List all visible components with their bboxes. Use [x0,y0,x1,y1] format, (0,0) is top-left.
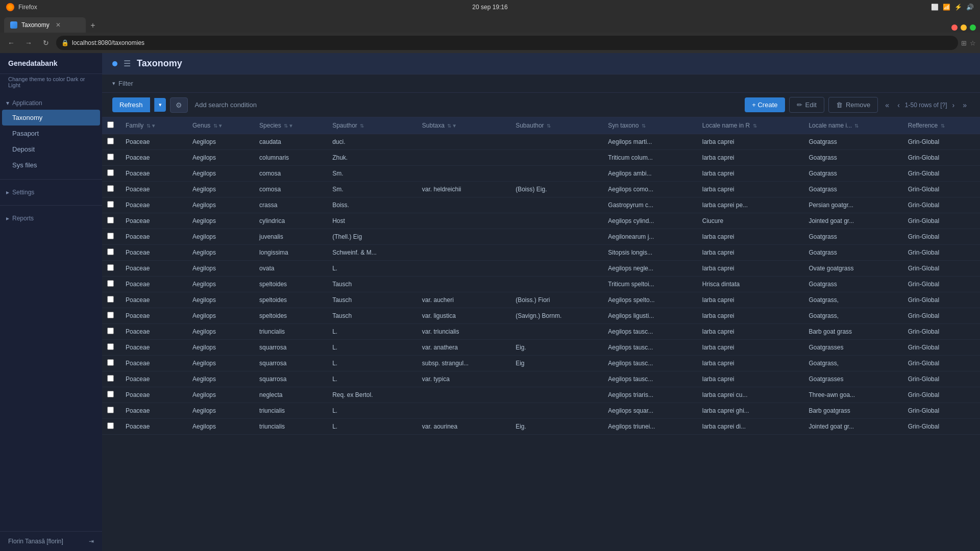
add-search-button[interactable]: Add search condition [192,98,260,112]
row-checkbox[interactable] [107,312,114,318]
table-cell: (Savign.) Bornm. [510,308,603,324]
table-row: PoaceaeAegilopscaudataduci.Aegilops mart… [102,134,980,150]
row-checkbox[interactable] [107,375,114,382]
table-cell: Aegilops tausc... [603,371,697,387]
col-header-subauthor[interactable]: Subauthor ⇅ [510,117,603,134]
table-cell: Eig [510,356,603,371]
row-checkbox-cell [102,197,120,213]
table-cell: triuncialis [254,403,327,419]
os-bar: Firefox 20 sep 19:16 ⬜ 📶 ⚡ 🔊 [0,0,980,14]
refresh-button[interactable]: Refresh [112,97,150,112]
translate-icon[interactable]: ⊞ [961,39,967,47]
col-header-locale-name-r[interactable]: Locale name in R ⇅ [697,117,804,134]
table-cell [417,213,510,229]
col-header-reference[interactable]: Refference ⇅ [903,117,980,134]
filter-toggle[interactable]: ▾ Filter [112,80,133,87]
settings-button[interactable]: ⚙ [170,97,188,113]
edit-label: Edit [805,101,817,109]
table-cell [417,150,510,166]
first-page-button[interactable]: « [882,100,892,110]
col-header-family[interactable]: Family ⇅▼ [120,117,187,134]
next-page-button[interactable]: › [949,100,958,110]
table-cell: Aegilops [187,277,254,292]
row-checkbox[interactable] [107,280,114,287]
url-bar[interactable]: 🔒 localhost:8080/taxonomies [56,36,958,50]
sidebar-item-deposit[interactable]: Deposit [0,141,102,157]
window-close-button[interactable] [951,24,958,31]
col-header-species[interactable]: Species ⇅▼ [254,117,327,134]
table-cell: Grin-Global [903,245,980,261]
row-checkbox[interactable] [107,264,114,271]
row-checkbox[interactable] [107,154,114,160]
bookmark-icon[interactable]: ☆ [970,39,976,47]
create-button[interactable]: + Create [745,97,785,112]
sidebar-section-header-application[interactable]: ▾ Application [0,96,102,110]
table-cell: Aegilops [187,371,254,387]
table-cell: Goatgrass, [803,356,902,371]
table-cell: columnaris [254,150,327,166]
row-checkbox[interactable] [107,422,114,429]
sidebar-item-taxonomy[interactable]: Taxonomy [2,110,100,126]
remove-label: Remove [846,101,870,109]
row-checkbox[interactable] [107,296,114,303]
table-cell: Aegilops [187,356,254,371]
display-icon: ⬜ [931,4,939,11]
table-cell: larba caprei [697,150,804,166]
url-text[interactable]: localhost:8080/taxonomies [72,39,144,46]
row-checkbox[interactable] [107,185,114,192]
table-cell: Ciucure [697,213,804,229]
menu-icon[interactable]: ☰ [124,59,131,68]
row-checkbox[interactable] [107,343,114,350]
table-row: PoaceaeAegilopsspeltoidesTauschTriticum … [102,277,980,292]
col-header-locale-name-i[interactable]: Locale name i... ⇅ [803,117,902,134]
row-checkbox[interactable] [107,138,114,144]
sidebar-section-header-reports[interactable]: ▸ Reports [0,212,102,225]
col-header-subtaxa[interactable]: Subtaxa ⇅▼ [417,117,510,134]
refresh-dropdown-button[interactable]: ▾ [154,98,166,112]
sidebar-item-sysfiles[interactable]: Sys files [0,157,102,173]
row-checkbox-cell [102,340,120,356]
table-cell: Goatgrass [803,150,902,166]
row-checkbox[interactable] [107,233,114,239]
table-cell: subsp. strangul... [417,356,510,371]
row-checkbox[interactable] [107,201,114,208]
table-cell: Jointed goat gr... [803,419,902,435]
row-checkbox[interactable] [107,328,114,334]
edit-button[interactable]: ✏ Edit [789,97,824,113]
row-checkbox[interactable] [107,169,114,176]
table-cell: Ovate goatgrass [803,261,902,277]
table-cell: Aegilops [187,387,254,403]
chevron-right-icon-2: ▸ [6,215,9,222]
browser-tab[interactable]: Taxonomy ✕ [4,17,86,33]
col-header-syn-taxono[interactable]: Syn taxono ⇅ [603,117,697,134]
table-cell [417,387,510,403]
sidebar-section-header-settings[interactable]: ▸ Settings [0,186,102,199]
forward-button[interactable]: → [21,36,36,50]
table-cell: Aegilops ambi... [603,166,697,182]
row-checkbox[interactable] [107,217,114,223]
table-cell: Poaceae [120,419,187,435]
remove-button[interactable]: 🗑 Remove [828,97,878,113]
tab-close-button[interactable]: ✕ [56,21,61,29]
window-maximize-button[interactable] [970,24,976,31]
new-tab-button[interactable]: + [86,18,100,33]
table-row: PoaceaeAegilopscomosaSm.var. heldreichii… [102,182,980,197]
window-minimize-button[interactable] [961,24,967,31]
back-button[interactable]: ← [4,36,18,50]
logout-icon[interactable]: ⇥ [89,538,94,545]
row-checkbox[interactable] [107,391,114,397]
row-checkbox[interactable] [107,359,114,366]
row-checkbox[interactable] [107,407,114,413]
last-page-button[interactable]: » [960,100,970,110]
col-header-spauthor[interactable]: Spauthor ⇅ [327,117,417,134]
table-cell: Aegilops [187,229,254,245]
sidebar-item-pasaport[interactable]: Pasaport [0,126,102,141]
table-cell: Aegilops triunei... [603,419,697,435]
select-all-checkbox[interactable] [107,121,114,128]
prev-page-button[interactable]: ‹ [894,100,903,110]
row-checkbox-cell [102,182,120,197]
reload-button[interactable]: ↻ [39,36,53,50]
table-cell: Barb goatgrass [803,403,902,419]
row-checkbox[interactable] [107,248,114,255]
col-header-genus[interactable]: Genus ⇅▼ [187,117,254,134]
